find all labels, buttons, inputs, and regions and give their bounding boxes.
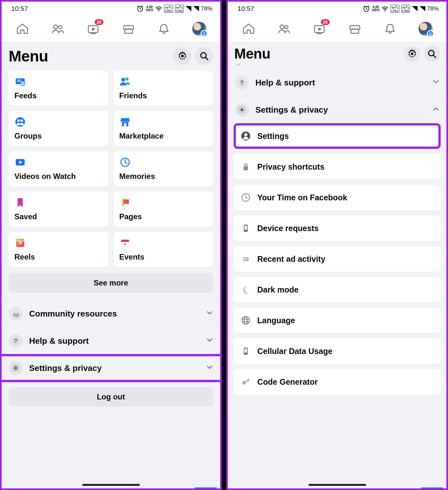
wifi-icon <box>381 5 388 12</box>
section-help-support[interactable]: Help & support <box>228 69 446 96</box>
settings-item-label: Language <box>257 316 295 325</box>
nav-friends[interactable] <box>276 21 292 36</box>
question-icon <box>235 76 249 90</box>
signal-2-icon <box>420 6 425 11</box>
settings-item-label: Recent ad activity <box>257 254 325 264</box>
settings-item-label: Settings <box>257 132 289 141</box>
shortcut-label: Videos on Watch <box>14 172 103 181</box>
shortcut-label: Memories <box>119 172 208 181</box>
wifi-icon <box>155 5 162 12</box>
page-title: Menu <box>9 47 48 65</box>
gesture-bar <box>82 484 140 486</box>
nav-notifications[interactable] <box>382 21 398 36</box>
fb-top-nav: 26 <box>228 16 446 42</box>
gear-icon <box>235 103 249 117</box>
see-more-button[interactable]: See more <box>9 273 213 293</box>
shortcut-marketplace[interactable]: Marketplace <box>114 111 213 146</box>
settings-item-your-time[interactable]: Your Time on Facebook <box>234 185 441 210</box>
moon-icon <box>240 284 252 295</box>
shortcut-label: Feeds <box>14 91 103 100</box>
settings-item-language[interactable]: Language <box>234 308 441 333</box>
settings-item-privacy-shortcuts[interactable]: Privacy shortcuts <box>234 154 441 180</box>
svg-rect-32 <box>124 123 126 126</box>
settings-item-cellular-data[interactable]: Cellular Data Usage <box>234 338 441 364</box>
settings-item-recent-ad-activity[interactable]: Recent ad activity <box>234 246 441 272</box>
hamburger-icon <box>201 30 208 37</box>
nav-marketplace[interactable] <box>121 21 136 36</box>
section-label: Community resources <box>29 309 117 319</box>
handshake-icon <box>9 307 23 321</box>
nav-marketplace[interactable] <box>347 21 363 36</box>
settings-gear-button[interactable] <box>173 47 191 65</box>
shortcut-groups[interactable]: Groups <box>9 111 108 146</box>
section-settings-privacy[interactable]: Settings & privacy <box>2 354 220 382</box>
device-icon <box>240 222 252 234</box>
nav-menu[interactable] <box>418 21 433 36</box>
globe-icon <box>240 315 252 326</box>
section-label: Help & support <box>255 78 315 88</box>
feeds-icon <box>14 76 26 87</box>
shortcut-memories[interactable]: Memories <box>114 151 213 187</box>
settings-item-label: Privacy shortcuts <box>257 162 324 172</box>
chevron-down-icon <box>432 78 439 88</box>
menu-header: Menu <box>228 42 446 62</box>
right-screenshot: 10:57 4.00 KB/S VoA1LTE1 VoA1LTE2 78% <box>226 0 448 490</box>
shortcut-saved[interactable]: Saved <box>9 192 108 227</box>
alarm-icon <box>137 5 144 12</box>
status-lte1: VoA1LTE1 <box>164 5 173 13</box>
svg-rect-39 <box>121 240 129 242</box>
section-help-support[interactable]: Help & support <box>2 327 220 354</box>
settings-item-label: Cellular Data Usage <box>257 347 332 356</box>
settings-item-label: Dark mode <box>257 285 299 294</box>
status-bar: 10:57 4.00 KB/S VoA1LTE1 VoA1LTE2 78% <box>228 2 446 16</box>
settings-item-device-requests[interactable]: Device requests <box>234 215 441 241</box>
logout-button[interactable]: Log out <box>9 387 213 406</box>
section-community-resources[interactable]: Community resources <box>2 300 220 327</box>
section-label: Help & support <box>29 336 89 346</box>
chevron-down-icon <box>206 309 213 319</box>
section-settings-privacy[interactable]: Settings & privacy <box>228 96 446 123</box>
lock-icon <box>240 161 252 173</box>
shortcut-events[interactable]: Events <box>114 232 213 267</box>
settings-item-label: Code Generator <box>257 377 318 387</box>
nav-home[interactable] <box>241 21 256 36</box>
settings-gear-button[interactable] <box>404 46 420 62</box>
shortcut-videos[interactable]: Videos on Watch <box>9 151 108 187</box>
nav-home[interactable] <box>15 21 30 36</box>
key-icon <box>240 376 252 388</box>
svg-point-30 <box>20 119 23 122</box>
nav-watch[interactable]: 26 <box>85 21 101 36</box>
watch-badge: 26 <box>95 19 104 25</box>
person-circle-icon <box>240 130 252 142</box>
left-screenshot: 10:57 4.00 KB/S VoA1LTE1 VoA1LTE2 78% <box>0 0 222 490</box>
alarm-icon <box>363 5 370 12</box>
status-bar: 10:57 4.00 KB/S VoA1LTE1 VoA1LTE2 78% <box>2 2 220 16</box>
shortcut-feeds[interactable]: Feeds <box>9 71 108 106</box>
nav-notifications[interactable] <box>156 21 172 36</box>
status-battery: 78% <box>427 5 439 12</box>
search-button[interactable] <box>195 47 213 65</box>
status-lte1: VoA1LTE1 <box>390 5 399 13</box>
nav-watch[interactable]: 26 <box>312 21 327 36</box>
shortcut-pages[interactable]: Pages <box>114 192 213 227</box>
friends-icon <box>119 76 131 87</box>
fb-top-nav: 26 <box>2 16 220 42</box>
status-lte2: VoA1LTE2 <box>175 5 184 13</box>
shortcut-friends[interactable]: Friends <box>114 71 213 106</box>
shortcut-reels[interactable]: Reels <box>9 232 108 267</box>
marketplace-icon <box>119 116 131 128</box>
shortcut-label: Events <box>119 253 208 261</box>
search-button[interactable] <box>424 46 440 62</box>
shortcut-label: Marketplace <box>119 132 208 141</box>
settings-item-code-generator[interactable]: Code Generator <box>234 369 441 395</box>
svg-point-26 <box>121 78 125 82</box>
device-icon <box>240 345 252 357</box>
svg-rect-35 <box>123 199 124 206</box>
status-battery: 78% <box>201 5 212 12</box>
nav-menu[interactable] <box>192 21 207 36</box>
nav-friends[interactable] <box>50 21 66 36</box>
settings-item-settings[interactable]: Settings <box>234 123 441 149</box>
status-lte2: VoA1LTE2 <box>401 5 410 13</box>
settings-item-dark-mode[interactable]: Dark mode <box>234 277 441 302</box>
svg-rect-23 <box>17 80 21 80</box>
